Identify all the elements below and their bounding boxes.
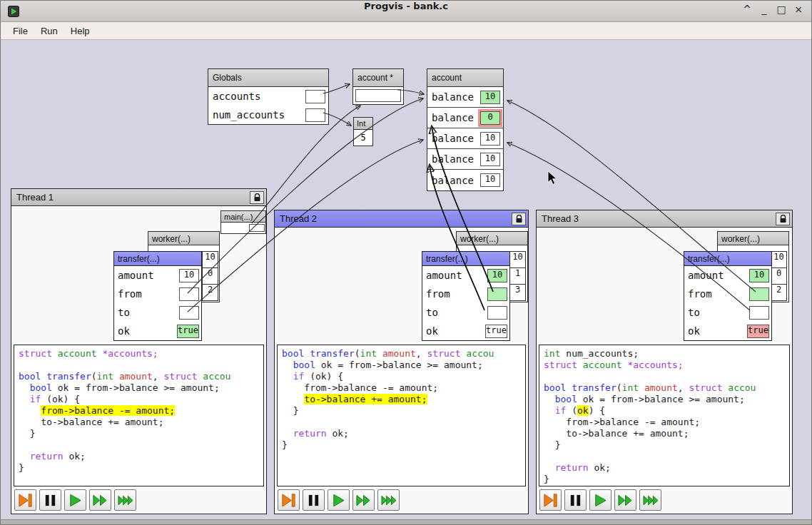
frame-title: worker(...) bbox=[152, 234, 191, 244]
code-line: } bbox=[544, 474, 785, 485]
step-button[interactable] bbox=[539, 489, 562, 511]
code-line: if (ok) { bbox=[19, 394, 259, 405]
code-line bbox=[19, 360, 259, 371]
value-box: 10 bbox=[480, 91, 500, 104]
value-box bbox=[749, 306, 769, 320]
play-button[interactable] bbox=[589, 489, 611, 511]
variable-name: to bbox=[426, 307, 487, 318]
thread-title: Thread 1 bbox=[16, 192, 250, 203]
globals-row: num_accounts bbox=[208, 106, 328, 124]
step-button[interactable] bbox=[14, 489, 36, 511]
play-button[interactable] bbox=[64, 489, 86, 511]
variable-name: amount bbox=[426, 270, 487, 281]
lock-icon[interactable] bbox=[250, 191, 264, 204]
close-button[interactable]: × bbox=[791, 4, 806, 19]
transfer-variables: amount10fromtooktrue bbox=[684, 266, 771, 340]
worker-value-box: 0 bbox=[771, 267, 787, 285]
int-value: 5 bbox=[354, 130, 372, 146]
menu-item-help[interactable]: Help bbox=[64, 24, 96, 39]
code-line: if (ok) { bbox=[544, 405, 785, 417]
value-box bbox=[749, 287, 769, 301]
transfer-variables: amount10fromtooktrue bbox=[422, 266, 509, 340]
fast-forward-button[interactable] bbox=[89, 489, 111, 511]
variable-name: accounts bbox=[213, 91, 305, 102]
worker-value-box: 0 bbox=[202, 267, 218, 285]
fast-forward-button[interactable] bbox=[352, 489, 375, 511]
int-panel-header[interactable]: Int bbox=[354, 118, 372, 130]
variable-row: to bbox=[114, 303, 201, 322]
pause-button[interactable] bbox=[303, 489, 325, 511]
account-pointer-header[interactable]: account * bbox=[353, 69, 403, 87]
code-line bbox=[544, 371, 785, 382]
menu-item-file[interactable]: File bbox=[6, 24, 34, 39]
pointer-value-box bbox=[305, 90, 325, 103]
account-pointer-panel: account * bbox=[352, 68, 404, 105]
code-line: } bbox=[19, 428, 259, 439]
worker-value-box: 2 bbox=[202, 284, 218, 301]
account-panel-header[interactable]: account bbox=[427, 69, 503, 87]
code-line: } bbox=[282, 405, 521, 417]
step-button[interactable] bbox=[278, 489, 300, 511]
code-line: bool ok = from->balance >= amount; bbox=[544, 394, 785, 405]
worker-value-box: 10 bbox=[771, 251, 787, 268]
playback-controls bbox=[14, 489, 136, 511]
thread-titlebar[interactable]: Thread 2 bbox=[275, 210, 528, 228]
thread-body: main(...) worker(...) 1002 transfer(...)… bbox=[11, 206, 266, 514]
thread-title: Thread 3 bbox=[542, 213, 776, 224]
thread-window-3: Thread 3 worker(...) 1002 transfer(...) … bbox=[536, 210, 793, 514]
pause-button[interactable] bbox=[564, 489, 587, 511]
code-panel: int num_accounts;struct account *account… bbox=[539, 345, 790, 486]
value-box: 10 bbox=[480, 153, 500, 166]
worker-value-box: 10 bbox=[509, 251, 526, 268]
code-line: } bbox=[282, 439, 521, 451]
variable-row: to bbox=[684, 303, 771, 322]
account-row: balance10 bbox=[427, 128, 503, 149]
pause-button[interactable] bbox=[39, 489, 61, 511]
run-fast-button[interactable] bbox=[377, 489, 400, 511]
thread-title: Thread 2 bbox=[280, 213, 512, 224]
thread-titlebar[interactable]: Thread 3 bbox=[537, 210, 792, 228]
thread-titlebar[interactable]: Thread 1 bbox=[11, 189, 266, 206]
globals-panel-header[interactable]: Globals bbox=[208, 69, 328, 87]
lock-icon[interactable] bbox=[776, 213, 790, 225]
code-panel: bool transfer(int amount, struct accou b… bbox=[277, 345, 526, 486]
canvas[interactable]: Globals accountsnum_accounts account * a… bbox=[1, 40, 811, 519]
window-titlebar[interactable]: Progvis - bank.c ^_□× bbox=[1, 1, 811, 22]
code-line: return ok; bbox=[282, 428, 521, 439]
variable-name: amount bbox=[118, 270, 179, 281]
code-line: bool transfer(int amount, struct accou bbox=[282, 348, 521, 360]
value-box: 10 bbox=[480, 132, 500, 146]
shade-button[interactable]: ^ bbox=[740, 4, 754, 19]
worker-values: 1002 bbox=[771, 251, 787, 301]
thread-window-1: Thread 1 main(...) worker(...) 1002 tran… bbox=[11, 188, 267, 514]
field-name: balance bbox=[432, 112, 480, 123]
frame-title: main(...) bbox=[224, 213, 253, 221]
globals-row: accounts bbox=[208, 87, 328, 106]
minimize-button[interactable]: _ bbox=[757, 4, 771, 19]
variable-row: oktrue bbox=[684, 322, 771, 340]
menu-item-run[interactable]: Run bbox=[34, 24, 64, 39]
code-line: to->balance += amount; bbox=[282, 394, 521, 405]
variable-row: amount10 bbox=[684, 266, 771, 285]
maximize-button[interactable]: □ bbox=[774, 4, 788, 19]
run-fast-button[interactable] bbox=[639, 489, 661, 511]
lock-icon[interactable] bbox=[512, 213, 526, 225]
playback-controls bbox=[278, 489, 400, 511]
code-line: if (ok) { bbox=[282, 371, 521, 382]
worker-values: 1002 bbox=[202, 251, 218, 301]
transfer-variables: amount10fromtooktrue bbox=[114, 266, 201, 340]
run-fast-button[interactable] bbox=[114, 489, 136, 511]
variable-name: to bbox=[688, 307, 749, 318]
code-line: struct account *accounts; bbox=[19, 348, 259, 360]
worker-value-box: 2 bbox=[771, 284, 787, 301]
value-box: 10 bbox=[749, 269, 769, 282]
stack-frame-transfer: transfer(...) amount10fromtooktrue bbox=[422, 251, 510, 341]
worker-value-box: 1 bbox=[509, 267, 526, 285]
window-title: Progvis - bank.c bbox=[1, 1, 811, 11]
fast-forward-button[interactable] bbox=[614, 489, 636, 511]
code-line: bool transfer(int amount, struct accou bbox=[19, 371, 259, 382]
code-panel: struct account *accounts; bool transfer(… bbox=[14, 345, 264, 486]
play-button[interactable] bbox=[328, 489, 350, 511]
variable-name: to bbox=[118, 307, 179, 318]
value-box: 10 bbox=[179, 269, 199, 282]
